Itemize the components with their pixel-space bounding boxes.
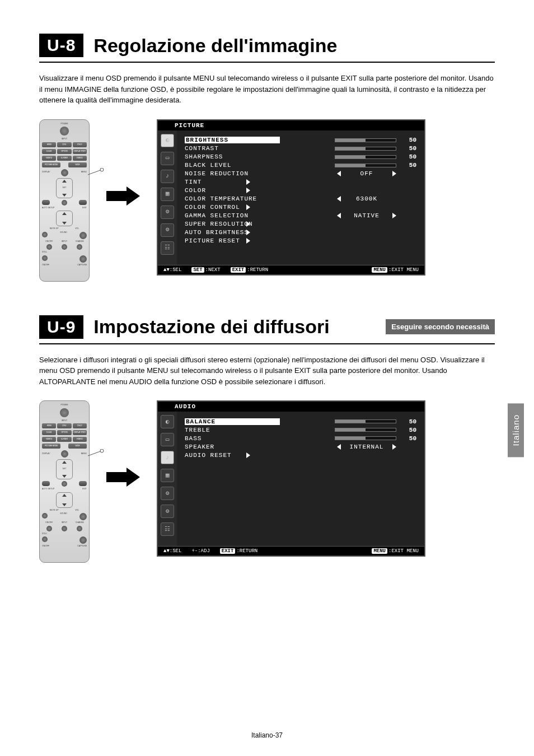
section-heading: U-8 Regolazione dell'immagine [39,34,495,57]
arrow-icon [106,400,140,487]
osd-screenshot: PICTURE◐▭♪▦⚙⚙☷BRIGHTNESS50CONTRAST50SHAR… [157,119,425,276]
osd-title: PICTURE [175,122,204,129]
language-tab: Italiano [508,403,524,457]
svg-line-0 [88,170,100,175]
section-title: Impostazione dei diffusori [93,316,329,338]
illustration-row: POWERINPUTHDMIDVI-IDVI-DD-SUBOPTIONDISPL… [39,400,495,563]
section-u8: U-8 Regolazione dell'immagine Visualizza… [39,34,495,282]
section-u9: U-9 Impostazione dei diffusori Eseguire … [39,315,495,563]
section-body: Selezionare i diffusori integrati o gli … [39,354,495,388]
osd-screenshot: AUDIO◐▭♪▦⚙⚙☷BALANCE50TREBLE50BASS50SPEAK… [157,400,425,557]
section-heading: U-9 Impostazione dei diffusori Eseguire … [39,315,495,339]
illustration-row: POWERINPUTHDMIDVI-IDVI-DD-SUBOPTIONDISPL… [39,119,495,282]
arrow-icon [106,119,140,206]
section-title: Regolazione dell'immagine [93,35,337,57]
svg-marker-2 [106,186,140,206]
section-badge: U-9 [39,315,83,339]
section-body: Visualizzare il menu OSD premendo il pul… [39,73,495,106]
osd-title: AUDIO [175,403,196,410]
section-rule [39,343,495,344]
svg-point-4 [100,449,104,452]
page-footer: Italiano-37 [0,731,534,739]
section-rule [39,62,495,63]
section-badge: U-8 [39,34,83,57]
remote-control-image: POWERINPUTHDMIDVI-IDVI-DD-SUBOPTIONDISPL… [39,400,90,563]
svg-marker-5 [106,468,140,487]
svg-point-1 [100,168,104,171]
remote-control-image: POWERINPUTHDMIDVI-IDVI-DD-SUBOPTIONDISPL… [39,119,90,282]
svg-line-3 [88,451,100,456]
section-note: Eseguire secondo necessità [386,319,495,334]
